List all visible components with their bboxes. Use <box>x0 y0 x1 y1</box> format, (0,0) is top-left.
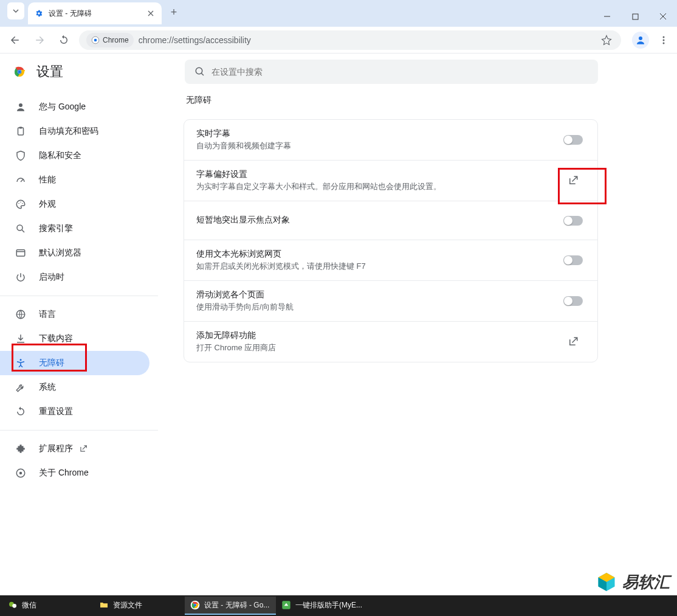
sidebar-item-languages[interactable]: 语言 <box>0 302 149 327</box>
row-focus-highlight[interactable]: 短暂地突出显示焦点对象 <box>184 201 597 240</box>
sidebar-item-label: 默认浏览器 <box>39 247 81 258</box>
sidebar-item-downloads[interactable]: 下载内容 <box>0 327 149 351</box>
arrow-left-icon <box>10 35 21 46</box>
sidebar-item-privacy[interactable]: 隐私和安全 <box>0 144 149 168</box>
speedometer-icon <box>15 175 27 185</box>
sidebar-item-label: 自动填充和密码 <box>39 126 98 137</box>
menu-button[interactable] <box>656 33 671 47</box>
extension-icon <box>15 443 27 454</box>
svg-point-16 <box>20 202 21 203</box>
settings-search[interactable] <box>185 60 598 84</box>
sidebar-item-system[interactable]: 系统 <box>0 375 149 400</box>
row-subtitle: 使用滑动手势向后/向前导航 <box>196 302 561 313</box>
row-caption-prefs[interactable]: 字幕偏好设置为实时字幕自定义字幕大小和样式。部分应用和网站也会使用此设置。 <box>184 161 597 201</box>
settings-main: 无障碍 实时字幕自动为音频和视频创建字幕 字幕偏好设置为实时字幕自定义字幕大小和… <box>158 54 677 595</box>
sidebar-item-search-engine[interactable]: 搜索引擎 <box>0 216 149 241</box>
settings-gear-icon <box>34 9 44 18</box>
reload-icon <box>58 35 69 46</box>
window-minimize-button[interactable] <box>593 6 621 27</box>
watermark-icon <box>596 571 617 593</box>
settings-search-input[interactable] <box>211 67 588 77</box>
sidebar-item-you-and-google[interactable]: 您与 Google <box>0 95 149 119</box>
taskbar-item-wechat[interactable]: 微信 <box>2 597 94 615</box>
sidebar-item-label: 隐私和安全 <box>39 150 81 161</box>
row-title: 字幕偏好设置 <box>196 169 561 180</box>
taskbar-item-label: 一键排版助手(MyE... <box>295 600 362 611</box>
download-icon <box>15 333 27 344</box>
svg-point-11 <box>196 67 202 74</box>
minimize-icon <box>603 13 611 20</box>
toggle-swipe-navigation[interactable] <box>563 296 583 306</box>
toggle-caret-browsing[interactable] <box>563 255 583 265</box>
sidebar-item-extensions[interactable]: 扩展程序 <box>0 437 149 461</box>
new-tab-button[interactable]: + <box>165 4 182 21</box>
globe-icon <box>15 309 27 320</box>
arrow-right-icon <box>34 35 45 46</box>
palette-icon <box>15 199 27 210</box>
window-close-button[interactable] <box>649 6 677 27</box>
clipboard-icon <box>15 126 27 137</box>
reload-button[interactable] <box>55 31 73 49</box>
toggle-live-caption[interactable] <box>563 135 583 145</box>
row-add-accessibility[interactable]: 添加无障碍功能打开 Chrome 应用商店 <box>184 322 597 362</box>
tabs-dropdown-button[interactable] <box>7 2 24 19</box>
sidebar-item-appearance[interactable]: 外观 <box>0 192 149 216</box>
taskbar: 微信 资源文件 设置 - 无障碍 - Go... 一键排版助手(MyE... <box>0 595 677 616</box>
sidebar-item-autofill[interactable]: 自动填充和密码 <box>0 119 149 144</box>
row-title: 滑动浏览各个页面 <box>196 289 561 300</box>
sidebar-item-on-startup[interactable]: 启动时 <box>0 265 149 289</box>
sidebar-item-about[interactable]: 关于 Chrome <box>0 461 149 485</box>
bookmark-button[interactable] <box>599 33 614 47</box>
svg-rect-13 <box>18 128 24 135</box>
sidebar-item-label: 系统 <box>39 382 56 393</box>
chrome-logo-icon <box>190 600 201 611</box>
address-field[interactable]: Chrome chrome://settings/accessibility <box>79 30 621 50</box>
browser-tab[interactable]: 设置 - 无障碍 <box>28 2 162 24</box>
row-live-caption[interactable]: 实时字幕自动为音频和视频创建字幕 <box>184 120 597 161</box>
tab-strip: 设置 - 无障碍 + <box>0 0 677 27</box>
svg-rect-14 <box>19 127 22 129</box>
taskbar-item-label: 微信 <box>22 600 36 611</box>
settings-sidebar: 您与 Google 自动填充和密码 隐私和安全 性能 外观 搜索引擎 默认浏览器… <box>0 54 158 595</box>
folder-icon <box>98 600 109 611</box>
row-title: 短暂地突出显示焦点对象 <box>196 215 561 226</box>
taskbar-item-chrome[interactable]: 设置 - 无障碍 - Go... <box>185 597 276 615</box>
svg-point-18 <box>17 225 22 230</box>
forward-button[interactable] <box>30 31 49 49</box>
chrome-logo-icon <box>91 36 100 44</box>
window-maximize-button[interactable] <box>621 6 649 27</box>
profile-button[interactable] <box>632 32 649 49</box>
sidebar-item-label: 语言 <box>39 309 56 320</box>
toggle-focus-highlight[interactable] <box>563 216 583 226</box>
external-link-icon <box>568 175 579 186</box>
tab-close-button[interactable] <box>146 9 156 18</box>
sidebar-item-reset[interactable]: 重置设置 <box>0 400 149 424</box>
taskbar-item-folder[interactable]: 资源文件 <box>94 597 185 615</box>
row-swipe-navigation[interactable]: 滑动浏览各个页面使用滑动手势向后/向前导航 <box>184 281 597 322</box>
chevron-down-icon <box>12 7 19 15</box>
app-icon <box>281 600 292 611</box>
sidebar-item-label: 启动时 <box>39 272 64 283</box>
site-chip-label: Chrome <box>103 36 129 44</box>
row-caret-browsing[interactable]: 使用文本光标浏览网页如需开启或关闭光标浏览模式，请使用快捷键 F7 <box>184 240 597 281</box>
site-chip[interactable]: Chrome <box>86 33 134 47</box>
taskbar-item-label: 设置 - 无障碍 - Go... <box>204 600 269 611</box>
svg-point-17 <box>22 203 23 204</box>
close-icon <box>148 10 154 16</box>
svg-point-6 <box>663 42 665 44</box>
person-icon <box>635 35 646 46</box>
sidebar-item-label: 关于 Chrome <box>39 468 89 479</box>
sidebar-item-accessibility[interactable]: 无障碍 <box>0 351 149 375</box>
star-icon <box>601 35 612 46</box>
back-button[interactable] <box>6 31 24 49</box>
sidebar-item-default-browser[interactable]: 默认浏览器 <box>0 241 149 265</box>
svg-rect-0 <box>633 14 638 19</box>
sidebar-item-performance[interactable]: 性能 <box>0 168 149 192</box>
taskbar-item-app[interactable]: 一键排版助手(MyE... <box>276 597 367 615</box>
row-title: 使用文本光标浏览网页 <box>196 249 561 260</box>
svg-point-2 <box>94 38 97 41</box>
row-subtitle: 如需开启或关闭光标浏览模式，请使用快捷键 F7 <box>196 261 561 272</box>
page-title: 设置 <box>36 63 63 81</box>
maximize-icon <box>632 13 639 20</box>
external-link-icon <box>568 336 579 347</box>
